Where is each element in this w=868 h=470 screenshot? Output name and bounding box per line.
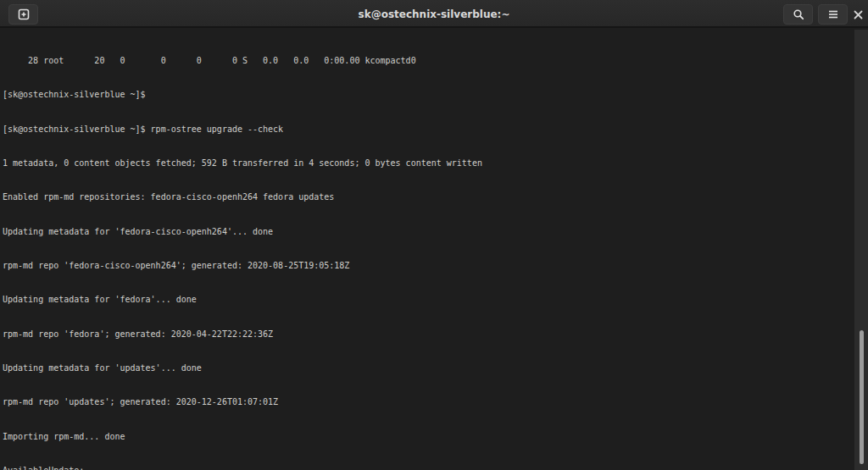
- terminal-line: Updating metadata for 'fedora-cisco-open…: [3, 226, 868, 237]
- terminal-window: sk@ostechnix-silverblue:~: [0, 0, 868, 470]
- terminal-line: 1 metadata, 0 content objects fetched; 5…: [3, 158, 868, 169]
- close-icon: [854, 7, 863, 23]
- terminal-line: Importing rpm-md... done: [3, 431, 868, 442]
- close-button[interactable]: [847, 4, 868, 25]
- new-tab-icon: [18, 8, 30, 20]
- hamburger-menu-icon: [828, 10, 838, 19]
- terminal-line: Updating metadata for 'fedora'... done: [3, 294, 868, 305]
- terminal-line: rpm-md repo 'fedora-cisco-openh264'; gen…: [3, 260, 868, 271]
- terminal-line-command: [sk@ostechnix-silverblue ~]$ rpm-ostree …: [3, 124, 868, 135]
- terminal-line: Enabled rpm-md repositories: fedora-cisc…: [3, 191, 868, 202]
- scrollbar-thumb[interactable]: [860, 330, 864, 464]
- new-tab-button[interactable]: [8, 4, 38, 25]
- window-title: sk@ostechnix-silverblue:~: [0, 0, 868, 28]
- terminal-line-prompt: [sk@ostechnix-silverblue ~]$: [3, 89, 868, 100]
- terminal-screen[interactable]: 28 root 20 0 0 0 0 S 0.0 0.0 0:00.00 kco…: [0, 30, 868, 470]
- terminal-line: rpm-md repo 'updates'; generated: 2020-1…: [3, 396, 868, 407]
- terminal-line: 28 root 20 0 0 0 0 S 0.0 0.0 0:00.00 kco…: [3, 55, 868, 66]
- search-icon: [793, 8, 804, 20]
- terminal-line: Updating metadata for 'updates'... done: [3, 362, 868, 373]
- scrollbar-track[interactable]: [854, 30, 868, 470]
- titlebar: sk@ostechnix-silverblue:~: [0, 0, 868, 28]
- search-button[interactable]: [783, 4, 813, 25]
- menu-button[interactable]: [818, 4, 848, 25]
- terminal-line: AvailableUpdate:: [3, 465, 868, 470]
- terminal-line: rpm-md repo 'fedora'; generated: 2020-04…: [3, 329, 868, 340]
